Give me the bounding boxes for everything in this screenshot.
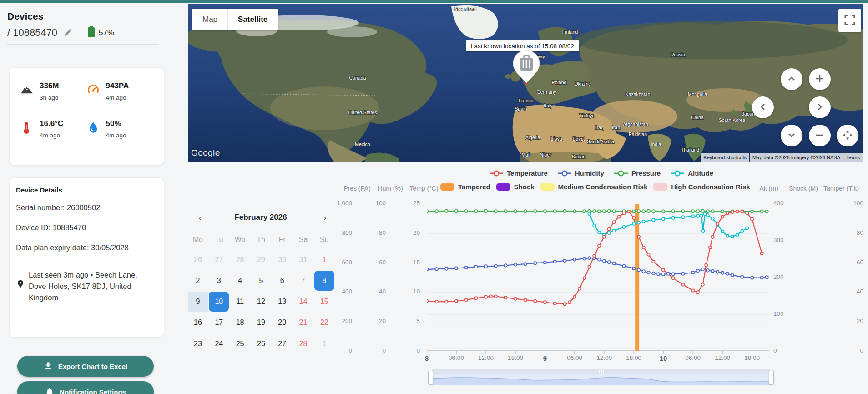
pan-left-button[interactable]	[752, 96, 774, 118]
map-label-russia: Russia	[671, 52, 685, 57]
notification-settings-button[interactable]: Notification Settings	[17, 381, 154, 394]
calendar-day-2[interactable]: 2	[188, 271, 208, 291]
zoom-out-button[interactable]	[809, 125, 831, 146]
calendar-day-21[interactable]: 21	[293, 313, 313, 333]
axis-tick: 300	[773, 237, 801, 243]
fullscreen-button[interactable]	[838, 9, 861, 32]
calendar-day-8[interactable]: 8	[314, 271, 334, 291]
edit-device-name-button[interactable]	[64, 28, 73, 38]
calendar-day-4[interactable]: 4	[230, 271, 250, 291]
calendar-day-23[interactable]: 23	[188, 334, 208, 354]
legend-high-condensation-risk[interactable]: High Condensation Risk	[653, 183, 750, 191]
x-tick-time: 06:00	[449, 354, 464, 361]
weekday-su: Su	[320, 236, 329, 244]
pencil-icon	[64, 28, 73, 38]
satellite-view-button[interactable]: Satellite	[227, 9, 278, 30]
calendar-day-3[interactable]: 3	[209, 271, 229, 291]
calendar-day-28[interactable]: 28	[293, 334, 313, 354]
calendar-day-1[interactable]: 1	[314, 250, 334, 270]
calendar-day-27[interactable]: 27	[272, 334, 292, 354]
last-seen-text: Last seen 3m ago • Beech Lane, Dove Hole…	[29, 269, 152, 303]
legend-altitude[interactable]: Altitude	[671, 169, 713, 177]
metric-value: 50%	[106, 119, 126, 128]
range-slider-track[interactable]	[432, 369, 771, 374]
device-location-marker[interactable]	[512, 50, 541, 88]
calendar-day-22[interactable]: 22	[314, 313, 334, 333]
slider-handle-left[interactable]	[428, 370, 433, 385]
calendar-day-18[interactable]: 18	[230, 313, 250, 333]
map-canvas[interactable]: GreenlandFinlandRussiaNorwayCanadaPoland…	[188, 4, 863, 162]
legend-temperature[interactable]: Temperature	[490, 169, 548, 177]
device-id: Device ID: 10885470	[16, 222, 157, 233]
slider-handle-right[interactable]	[769, 370, 774, 385]
calendar-day-25[interactable]: 25	[230, 334, 250, 354]
calendar-day-17[interactable]: 17	[209, 313, 229, 333]
pan-arrows-icon	[842, 129, 853, 142]
overview-mini-chart[interactable]	[432, 374, 771, 385]
calendar-prev-button[interactable]: ‹	[194, 211, 207, 224]
axis-tick: 0	[393, 347, 420, 354]
chevron-down-icon	[787, 130, 797, 141]
map-label-mali: Mali	[521, 152, 530, 157]
export-chart-button[interactable]: Export Chart to Excel	[17, 356, 154, 377]
details-divider	[17, 262, 156, 262]
calendar-day-16[interactable]: 16	[188, 313, 208, 333]
keyboard-shortcuts-link[interactable]: Keyboard shortcuts	[701, 153, 749, 162]
calendar-day-9[interactable]: 9	[188, 292, 208, 312]
calendar-day-13[interactable]: 13	[272, 292, 292, 312]
gauge-icon	[87, 83, 100, 96]
metric-age: 4m ago	[106, 94, 129, 101]
calendar-next-button[interactable]: ›	[318, 211, 331, 224]
legend-pressure[interactable]: Pressure	[614, 169, 661, 177]
map-label-iran: Iran	[612, 125, 620, 130]
google-logo[interactable]: Google	[191, 148, 220, 158]
calendar-day-11[interactable]: 11	[230, 292, 250, 312]
axis-tick: 100	[358, 200, 386, 207]
calendar-day-19[interactable]: 19	[251, 313, 271, 333]
legend-shock[interactable]: Shock	[496, 183, 535, 191]
line-marker-icon	[614, 170, 628, 177]
droplet-icon	[87, 121, 100, 134]
calendar-day-26[interactable]: 26	[251, 334, 271, 354]
pan-mode-button[interactable]	[837, 125, 858, 146]
weekday-fr: Fr	[279, 236, 286, 244]
notification-settings-label: Notification Settings	[60, 388, 126, 394]
legend-medium-condensation-risk[interactable]: Medium Condensation Risk	[540, 183, 648, 191]
terms-link[interactable]: Terms	[843, 153, 863, 162]
map-label-niger: Niger	[540, 152, 551, 157]
battery-percentage: 57%	[99, 28, 114, 37]
axis-tick: 5	[393, 318, 420, 324]
calendar-day-29: 29	[251, 250, 271, 270]
plus-icon	[815, 74, 825, 85]
axis-title: Alt (m)	[759, 185, 778, 192]
axis-tick: 80	[836, 229, 863, 236]
calendar-day-12[interactable]: 12	[251, 292, 271, 312]
pan-down-button[interactable]	[781, 125, 802, 146]
calendar-day-10[interactable]: 10	[209, 292, 229, 312]
calendar-day-15[interactable]: 15	[314, 292, 334, 312]
calendar-day-5[interactable]: 5	[251, 271, 271, 291]
map-view-button[interactable]: Map	[192, 9, 227, 30]
zoom-in-button[interactable]	[809, 68, 831, 90]
calendar-day-24[interactable]: 24	[209, 334, 229, 354]
calendar-day-20[interactable]: 20	[272, 313, 292, 333]
export-chart-label: Export Chart to Excel	[58, 363, 128, 370]
legend-label: Tampered	[458, 183, 490, 191]
minus-icon	[815, 130, 825, 141]
legend-humidity[interactable]: Humidity	[558, 169, 604, 177]
calendar-month-label: February 2026	[214, 213, 308, 222]
axis-tick: 20	[836, 318, 863, 324]
calendar-day-14[interactable]: 14	[293, 292, 313, 312]
top-accent-bar	[0, 0, 868, 3]
line-marker-icon	[490, 170, 503, 177]
pan-right-button[interactable]	[809, 96, 831, 118]
calendar-day-6[interactable]: 6	[272, 271, 292, 291]
metric-age: 4m ago	[106, 132, 126, 139]
timeseries-chart[interactable]	[427, 204, 769, 355]
legend-tampered[interactable]: Tampered	[440, 183, 490, 191]
metric-value: 16.6°C	[40, 119, 63, 128]
pan-up-button[interactable]	[781, 68, 802, 90]
map-label-india: India	[651, 141, 661, 147]
calendar-day-7[interactable]: 7	[293, 271, 313, 291]
map-label-poland: Poland	[552, 80, 567, 85]
